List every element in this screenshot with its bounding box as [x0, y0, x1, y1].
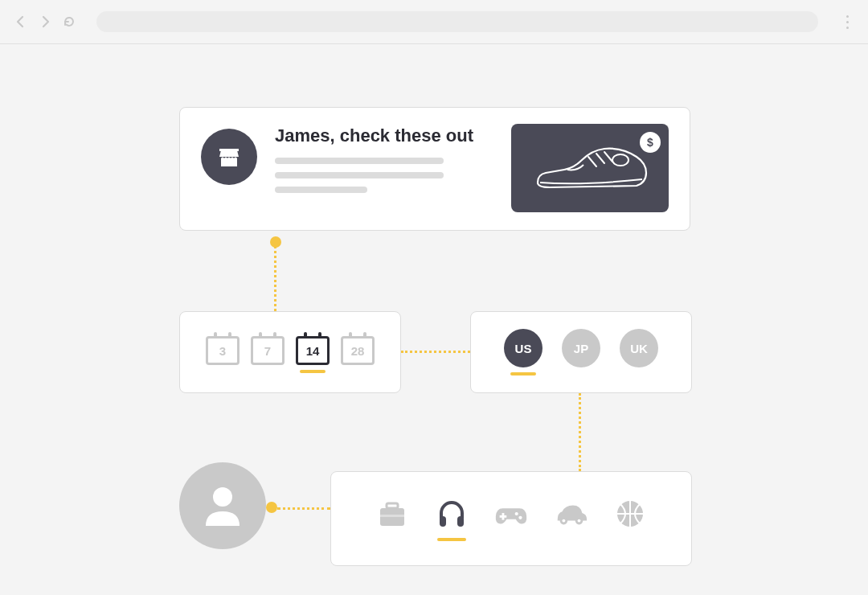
connector [277, 507, 330, 510]
svg-rect-8 [457, 516, 464, 527]
interest-auto[interactable] [553, 496, 588, 541]
product-image[interactable]: $ [511, 124, 669, 212]
interests-card [330, 471, 692, 566]
frequency-option-28[interactable]: 28 [341, 331, 375, 373]
car-icon [553, 497, 588, 531]
svg-rect-0 [221, 157, 237, 166]
basketball-icon [613, 497, 647, 531]
price-badge: $ [640, 132, 661, 153]
text-placeholder [275, 172, 444, 178]
connector [401, 351, 470, 353]
connector [274, 242, 276, 311]
nav-forward-button[interactable] [39, 15, 51, 28]
frequency-option-3[interactable]: 3 [206, 331, 240, 373]
svg-point-16 [578, 519, 581, 523]
svg-rect-6 [380, 515, 404, 517]
frequency-option-7[interactable]: 7 [251, 331, 285, 373]
region-card: US JP UK [470, 311, 692, 393]
gamepad-icon [493, 497, 529, 531]
connector [579, 393, 581, 471]
svg-point-12 [518, 516, 522, 519]
store-icon [201, 129, 257, 185]
diagram-canvas: James, check these out $ 3 7 14 [0, 44, 868, 595]
svg-rect-7 [440, 516, 446, 527]
interest-headphones[interactable] [434, 496, 469, 541]
region-option-uk[interactable]: UK [620, 329, 658, 375]
browser-menu-button[interactable] [841, 15, 854, 29]
text-placeholder [275, 187, 367, 193]
svg-point-15 [562, 519, 565, 523]
frequency-option-14[interactable]: 14 [296, 331, 330, 373]
briefcase-icon [375, 497, 409, 531]
interest-briefcase[interactable] [375, 496, 410, 541]
svg-rect-5 [387, 503, 398, 508]
url-bar[interactable] [96, 11, 818, 32]
user-avatar [179, 462, 266, 549]
svg-point-2 [612, 154, 628, 166]
region-option-us[interactable]: US [504, 329, 542, 375]
browser-chrome [0, 0, 868, 44]
svg-rect-10 [500, 515, 507, 518]
connector-node [270, 236, 281, 248]
message-title: James, check these out [275, 125, 493, 146]
nav-reload-button[interactable] [63, 15, 76, 28]
text-placeholder [275, 158, 444, 164]
headphones-icon [435, 497, 469, 531]
person-icon [198, 481, 248, 531]
svg-point-11 [515, 512, 518, 515]
recommendation-card: James, check these out $ [179, 107, 690, 231]
interest-sports[interactable] [612, 496, 648, 541]
svg-rect-1 [219, 149, 239, 151]
region-option-jp[interactable]: JP [562, 329, 600, 375]
nav-back-button[interactable] [14, 15, 27, 28]
frequency-card: 3 7 14 28 [179, 311, 401, 393]
sneaker-icon [526, 136, 654, 200]
interest-gaming[interactable] [493, 496, 529, 541]
connector-node [266, 502, 277, 513]
svg-point-3 [213, 487, 232, 507]
